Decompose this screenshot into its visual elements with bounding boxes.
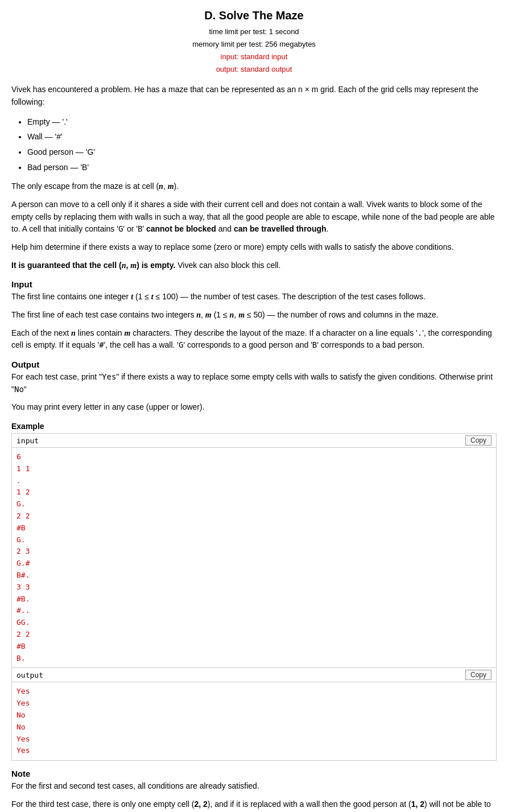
input-para3: Each of the next n lines contain m chara… [11, 327, 497, 352]
input-para2: The first line of each test case contain… [11, 309, 497, 321]
note-section: For the first and second test cases, all… [11, 780, 497, 812]
output-code-block: output Copy Yes Yes No No Yes Yes [11, 668, 497, 761]
list-item-empty: Empty — '.' [27, 114, 497, 130]
note-section-title: Note [11, 769, 497, 778]
input-copy-button[interactable]: Copy [465, 435, 492, 446]
input-code-content: 6 1 1 . 1 2 G. 2 2 #B G. 2 3 G.# B#. 3 3… [12, 448, 496, 667]
input-code-header: input Copy [12, 434, 496, 448]
list-item-bad: Bad person — 'B' [27, 160, 497, 175]
problem-title: D. Solve The Maze [11, 9, 497, 22]
output-para2: You may print every letter in any case (… [11, 401, 497, 414]
note-para1: For the first and second test cases, all… [11, 780, 497, 793]
para2: Help him determine if there exists a way… [11, 241, 497, 254]
memory-limit: memory limit per test: 256 megabytes [11, 38, 497, 51]
list-item-good: Good person — 'G' [27, 145, 497, 160]
output-code-label: output [16, 671, 43, 679]
intro-paragraph: Vivek has encountered a problem. He has … [11, 84, 497, 108]
input-section-title: Input [11, 279, 497, 289]
meta-info: time limit per test: 1 second memory lim… [11, 26, 497, 76]
input-code-block: input Copy 6 1 1 . 1 2 G. 2 2 #B G. 2 3 … [11, 433, 497, 668]
input-type: input: standard input [11, 51, 497, 63]
output-code-content: Yes Yes No No Yes Yes [12, 682, 496, 760]
list-item-wall: Wall — '#' [27, 129, 497, 145]
time-limit: time limit per test: 1 second [11, 26, 497, 38]
cell-types-list: Empty — '.' Wall — '#' Good person — 'G'… [27, 114, 497, 175]
para1: A person can move to a cell only if it s… [11, 199, 497, 236]
para3: It is guaranteed that the cell (n, m) is… [11, 259, 497, 272]
output-type: output: standard output [11, 63, 497, 76]
output-para1: For each test case, print "Yes" if there… [11, 371, 497, 395]
input-para1: The first line contains one integer t (1… [11, 291, 497, 303]
output-code-header: output Copy [12, 668, 496, 682]
input-code-label: input [16, 436, 39, 445]
example-label: Example [11, 422, 497, 431]
output-copy-button[interactable]: Copy [465, 670, 492, 680]
note-para2: For the third test case, there is only o… [11, 798, 497, 812]
output-section-title: Output [11, 360, 497, 369]
escape-text: The only escape from the maze is at cell… [11, 180, 497, 193]
